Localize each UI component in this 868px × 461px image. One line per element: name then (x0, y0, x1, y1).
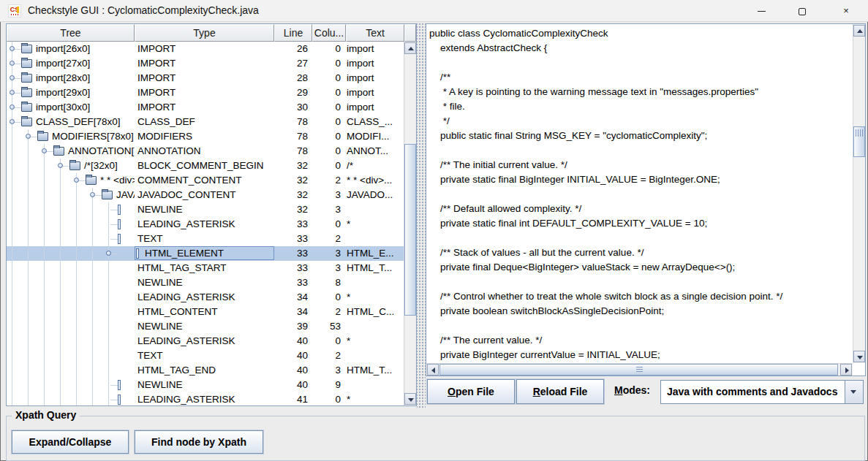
tree-table-row[interactable]: import[26x0]IMPORT260import (7, 42, 404, 56)
close-button[interactable]: × (830, 0, 862, 22)
cell-column: 8 (312, 277, 341, 288)
tree-table-row[interactable]: NEWLINE323 (7, 202, 404, 217)
source-code-viewer[interactable]: public class CyclomaticComplexityCheck e… (426, 23, 866, 376)
reload-file-button[interactable]: Reload File (516, 379, 604, 404)
tree-table-row[interactable]: import[28x0]IMPORT280import (7, 71, 404, 85)
scroll-up-button[interactable] (404, 42, 416, 54)
open-file-button[interactable]: Open File (427, 379, 515, 404)
tree-table-row[interactable]: NEWLINE3953 (7, 319, 404, 334)
tree-collapse-handle[interactable] (26, 134, 31, 139)
cell-line: 78 (274, 116, 308, 127)
split-pane-divider[interactable] (417, 22, 426, 408)
tree-node-label: JAVADOC_CONTENT (116, 189, 135, 200)
tree-table-row[interactable]: TEXT332 (7, 232, 404, 246)
tree-table-row[interactable]: LEADING_ASTERISK330* (7, 217, 404, 232)
cell-type: IMPORT (137, 43, 273, 54)
cell-text: HTML_C... (347, 306, 404, 317)
tree-table-row[interactable]: HTML_CONTENT342HTML_C... (7, 305, 404, 319)
tree-expand-handle[interactable] (10, 90, 15, 95)
column-header-type[interactable]: Type (135, 24, 274, 42)
maximize-button[interactable] (786, 0, 818, 22)
tree-vertical-scrollbar[interactable] (404, 42, 416, 405)
cell-column: 0 (312, 102, 341, 113)
folder-icon (37, 132, 48, 141)
tree-expand-handle[interactable] (10, 46, 15, 51)
cell-line: 33 (274, 262, 308, 273)
cell-line: 29 (274, 87, 308, 98)
tree-table-row[interactable]: HTML_TAG_END403HTML_T... (7, 363, 404, 378)
column-header-tree[interactable]: Tree (7, 24, 135, 42)
tree-collapse-handle[interactable] (74, 178, 79, 183)
tree-table-row[interactable]: ANNOTATION[78x0]ANNOTATION780ANNOT... (7, 144, 404, 159)
tree-collapse-handle[interactable] (42, 148, 47, 153)
tree-table-row[interactable]: HTML_ELEMENT333HTML_E... (7, 246, 404, 261)
code-scrollbar-thumb[interactable] (853, 126, 865, 157)
cell-column: 0 (312, 43, 341, 54)
tree-table-row[interactable]: HTML_TAG_START333HTML_T... (7, 261, 404, 275)
cell-type: MODIFIERS (137, 131, 273, 142)
tree-table-row[interactable]: import[27x0]IMPORT270import (7, 56, 404, 71)
tree-table-row[interactable]: TEXT402 (7, 348, 404, 363)
column-header-text[interactable]: Text (346, 24, 404, 42)
code-horizontal-scrollbar[interactable] (426, 363, 853, 376)
tree-table-row[interactable]: MODIFIERS[78x0]MODIFIERS780MODIFI... (7, 129, 404, 144)
tree-table-row[interactable]: * * <div>COMMENT_CONTENT322* * <div>... (7, 173, 404, 188)
tree-expand-handle[interactable] (10, 104, 15, 110)
leaf-node-icon (118, 219, 121, 229)
code-hscrollbar-thumb[interactable] (439, 364, 838, 376)
minimize-button[interactable] (745, 0, 777, 22)
cell-text: MODIFI... (347, 131, 404, 142)
tree-table-row[interactable]: import[29x0]IMPORT290import (7, 85, 404, 100)
scroll-down-button[interactable] (404, 393, 416, 405)
tree-table-row[interactable]: import[30x0]IMPORT300import (7, 100, 404, 115)
column-header-column[interactable]: Colu... (312, 24, 346, 42)
leaf-node-icon (118, 234, 121, 244)
tree-table-row[interactable]: CLASS_DEF[78x0]CLASS_DEF780CLASS_... (7, 115, 404, 129)
modes-combobox[interactable]: Java with comments and Javadocs (660, 380, 864, 404)
folder-icon (53, 147, 64, 156)
code-vertical-scrollbar[interactable] (853, 24, 865, 363)
code-scroll-down-button[interactable] (853, 351, 865, 362)
cell-line: 32 (274, 160, 308, 171)
cell-text: import (347, 72, 404, 83)
cell-text: import (347, 102, 404, 113)
folder-icon (86, 176, 97, 185)
tree-collapse-handle[interactable] (106, 251, 111, 256)
tree-table-row[interactable]: /*[32x0]BLOCK_COMMENT_BEGIN320/* (7, 159, 404, 173)
tree-scrollbar-thumb[interactable] (404, 144, 416, 316)
folder-icon (21, 88, 32, 97)
code-scroll-left-button[interactable] (427, 364, 439, 376)
cell-text: * * <div>... (347, 175, 404, 186)
find-node-by-xpath-button[interactable]: Find node by Xpath (135, 430, 263, 454)
tree-collapse-handle[interactable] (10, 119, 15, 124)
cell-column: 2 (312, 175, 341, 186)
cell-line: 78 (274, 131, 308, 142)
modes-selected-value: Java with comments and Javadocs (667, 386, 837, 397)
tree-collapse-handle[interactable] (58, 163, 63, 168)
code-scroll-up-button[interactable] (853, 25, 865, 37)
cell-text: HTML_T... (347, 262, 404, 273)
tree-expand-handle[interactable] (10, 75, 15, 80)
code-scroll-right-button[interactable] (840, 364, 852, 376)
combobox-arrow-button[interactable] (845, 381, 863, 403)
tree-table-row[interactable]: NEWLINE338 (7, 275, 404, 290)
source-code-text[interactable]: public class CyclomaticComplexityCheck e… (429, 26, 850, 362)
expand-collapse-button[interactable]: Expand/Collapse (12, 430, 129, 454)
minimize-icon (758, 11, 766, 12)
tree-node-label: import[29x0] (36, 87, 90, 98)
tree-node-label: /*[32x0] (84, 160, 118, 171)
cell-type: LEADING_ASTERISK (137, 335, 273, 346)
tree-table-row[interactable]: NEWLINE409 (7, 378, 404, 392)
cell-line: 28 (274, 72, 308, 83)
cell-type: LEADING_ASTERISK (137, 292, 273, 302)
folder-icon (21, 74, 32, 83)
cell-type: NEWLINE (137, 321, 273, 332)
tree-collapse-handle[interactable] (90, 192, 95, 197)
tree-expand-handle[interactable] (10, 61, 15, 66)
tree-table-row[interactable]: LEADING_ASTERISK400* (7, 334, 404, 348)
cell-type: COMMENT_CONTENT (137, 175, 273, 186)
column-header-line[interactable]: Line (274, 24, 312, 42)
tree-table-row[interactable]: LEADING_ASTERISK340* (7, 290, 404, 305)
tree-table-row[interactable]: LEADING_ASTERISK410* (7, 392, 404, 405)
tree-table-row[interactable]: JAVADOC_CONTENTJAVADOC_CONTENT323JAVADO.… (7, 188, 404, 202)
